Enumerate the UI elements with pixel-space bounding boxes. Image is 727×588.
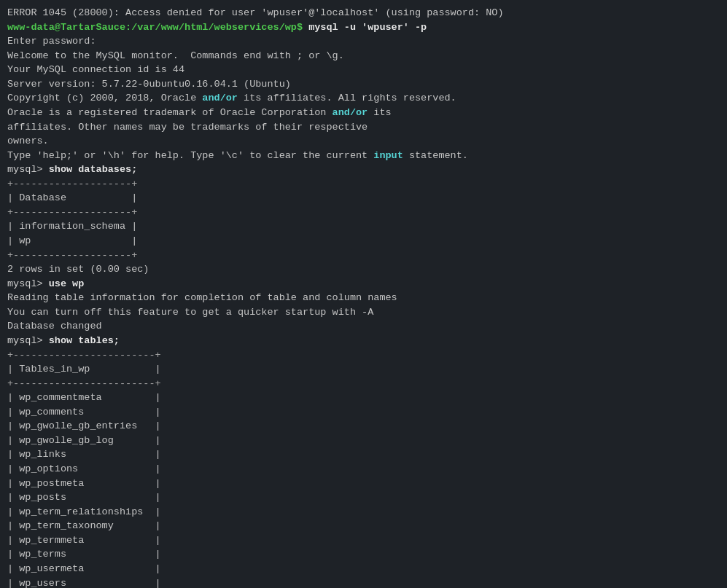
terminal-line: | wp_options | bbox=[7, 462, 720, 477]
terminal-line: Database changed bbox=[7, 319, 720, 334]
terminal-line: | wp_posts | bbox=[7, 490, 720, 505]
terminal-line: mysql> show databases; bbox=[7, 162, 720, 177]
terminal-line: affiliates. Other names may be trademark… bbox=[7, 120, 720, 135]
terminal-line: | information_schema | bbox=[7, 219, 720, 234]
terminal-line: Your MySQL connection id is 44 bbox=[7, 63, 720, 77]
terminal-line: +------------------------+ bbox=[7, 377, 720, 391]
terminal-line: | Tables_in_wp | bbox=[7, 362, 720, 377]
terminal-line: +------------------------+ bbox=[7, 348, 720, 363]
terminal-line: | wp_users | bbox=[7, 576, 720, 589]
terminal-line: Welcome to the MySQL monitor. Commands e… bbox=[7, 49, 720, 63]
terminal-line: Type 'help;' or '\h' for help. Type '\c'… bbox=[7, 149, 720, 163]
terminal-line: Copyright (c) 2000, 2018, Oracle and/or … bbox=[7, 91, 720, 106]
terminal-line: | wp_gwolle_gb_entries | bbox=[7, 419, 720, 434]
terminal-line: | wp_links | bbox=[7, 447, 720, 462]
terminal-line: www-data@TartarSauce:/var/www/html/webse… bbox=[7, 20, 720, 35]
terminal-line: | wp_term_relationships | bbox=[7, 505, 720, 520]
terminal-line: owners. bbox=[7, 134, 720, 149]
terminal-line: +--------------------+ bbox=[7, 205, 720, 220]
terminal-line: | Database | bbox=[7, 191, 720, 205]
terminal-line: +--------------------+ bbox=[7, 248, 720, 263]
terminal-line: 2 rows in set (0.00 sec) bbox=[7, 262, 720, 277]
terminal-line: | wp_usermeta | bbox=[7, 562, 720, 576]
terminal-line: | wp_gwolle_gb_log | bbox=[7, 434, 720, 448]
terminal-line: | wp_commentmeta | bbox=[7, 391, 720, 405]
terminal-line: mysql> show tables; bbox=[7, 334, 720, 348]
terminal-line: | wp_postmeta | bbox=[7, 477, 720, 491]
terminal-line: | wp_termmeta | bbox=[7, 533, 720, 548]
terminal-line: | wp_comments | bbox=[7, 405, 720, 420]
terminal-content: ERROR 1045 (28000): Access denied for us… bbox=[7, 6, 720, 588]
terminal-line: Reading table information for completion… bbox=[7, 291, 720, 305]
terminal-line: Enter password: bbox=[7, 34, 720, 49]
terminal-line: | wp | bbox=[7, 234, 720, 248]
terminal-line: mysql> use wp bbox=[7, 277, 720, 291]
terminal-line: You can turn off this feature to get a q… bbox=[7, 305, 720, 320]
terminal-line: | wp_term_taxonomy | bbox=[7, 519, 720, 533]
terminal-line: | wp_terms | bbox=[7, 547, 720, 562]
terminal-line: Oracle is a registered trademark of Orac… bbox=[7, 106, 720, 120]
terminal-line: ERROR 1045 (28000): Access denied for us… bbox=[7, 6, 720, 20]
terminal-line: +--------------------+ bbox=[7, 177, 720, 192]
terminal-window[interactable]: ERROR 1045 (28000): Access denied for us… bbox=[7, 6, 720, 588]
terminal-line: Server version: 5.7.22-0ubuntu0.16.04.1 … bbox=[7, 77, 720, 92]
